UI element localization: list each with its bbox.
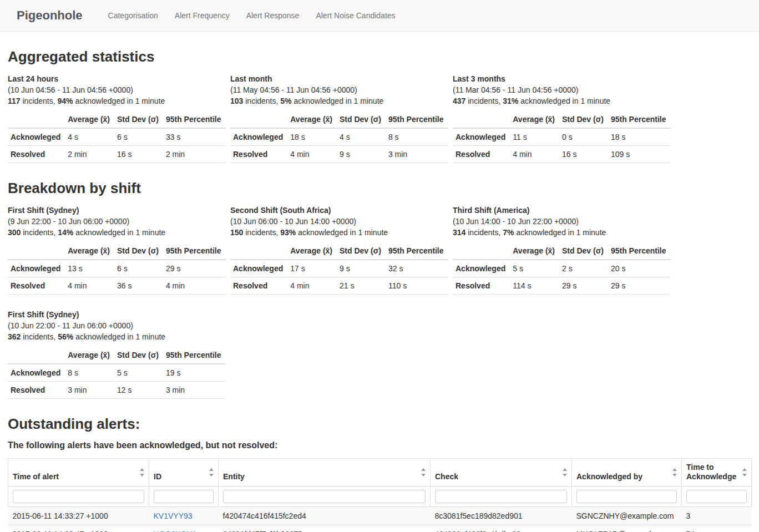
- alert-acknowledged-by: MKOLZP1D@example.com: [572, 525, 682, 532]
- aggregated-stats-row: Last 24 hours (10 Jun 04:56 - 11 Jun 04:…: [8, 73, 751, 163]
- filter-check-input[interactable]: [435, 490, 567, 503]
- column-header-time-of-alert[interactable]: Time of alert: [8, 459, 149, 487]
- alert-acknowledged-by: SGNCZNHY@example.com: [572, 507, 682, 525]
- alert-time-to-acknowledge: 54: [682, 525, 752, 532]
- shift-stats-row-2: First Shift (Sydney) (10 Jun 22:00 - 11 …: [8, 309, 751, 399]
- ack-percent: 5%: [280, 97, 291, 105]
- stat-block-last-3-months: Last 3 months (11 Mar 04:56 - 11 Jun 04:…: [453, 73, 675, 163]
- column-label: Acknowledged by: [576, 472, 642, 481]
- res-95th: 109 s: [608, 146, 671, 163]
- res-95th: 29 s: [608, 277, 671, 295]
- column-label: Check: [435, 472, 458, 481]
- col-95th-percentile: 95th Percentile: [163, 347, 226, 364]
- nav-item-alert-response[interactable]: Alert Response: [238, 11, 308, 20]
- ack-95th: 18 s: [608, 128, 671, 146]
- column-label: Entity: [223, 472, 245, 481]
- col-blank: [453, 111, 510, 128]
- filter-acknowledged-by-input[interactable]: [576, 490, 677, 503]
- res-average: 2 min: [65, 146, 114, 163]
- stat-block-range: (10 Jun 14:00 - 10 Jun 22:00 +0000): [453, 216, 675, 227]
- ack-95th: 32 s: [386, 260, 448, 277]
- res-average: 4 min: [287, 146, 337, 163]
- col-blank: [230, 242, 287, 260]
- filter-time-to-acknowledge-input[interactable]: [686, 490, 747, 503]
- ack-phrase: acknowledged in 1 minute: [516, 228, 606, 237]
- column-header-acknowledged-by[interactable]: Acknowledged by: [572, 459, 682, 487]
- stat-block-first-shift-sydney-2: First Shift (Sydney) (10 Jun 22:00 - 11 …: [8, 309, 230, 399]
- row-label-acknowledged: Acknowleged: [453, 128, 510, 146]
- column-header-check[interactable]: Check: [431, 459, 572, 487]
- col-95th-percentile: 95th Percentile: [163, 242, 226, 260]
- res-stddev: 36 s: [114, 277, 163, 295]
- stat-block-title: Last 24 hours: [8, 73, 230, 84]
- ack-stddev: 6 s: [114, 128, 163, 146]
- nav-item-alert-noise-candidates[interactable]: Alert Noise Candidates: [307, 11, 403, 20]
- filter-time-of-alert-input[interactable]: [13, 490, 144, 503]
- row-label-resolved: Resolved: [453, 277, 510, 295]
- ack-average: 8 s: [65, 364, 114, 382]
- ack-95th: 29 s: [163, 260, 226, 277]
- stat-block-range: (10 Jun 04:56 - 11 Jun 04:56 +0000): [8, 84, 230, 95]
- col-stddev: Std Dev (σ): [114, 242, 163, 260]
- res-95th: 110 s: [386, 277, 448, 295]
- stats-table: Average (x̄) Std Dev (σ) 95th Percentile…: [8, 111, 226, 163]
- ack-95th: 20 s: [608, 260, 671, 277]
- incident-count: 362: [8, 332, 21, 341]
- column-header-entity[interactable]: Entity: [219, 459, 431, 487]
- col-blank: [230, 111, 287, 128]
- stats-table: Average (x̄) Std Dev (σ) 95th Percentile…: [230, 242, 448, 295]
- alert-id-link[interactable]: KV1VYY93: [154, 511, 193, 520]
- brand-link[interactable]: Pigeonhole: [8, 8, 91, 23]
- res-95th: 4 min: [163, 277, 226, 295]
- resolved-row: Resolved 4 min 21 s 110 s: [230, 277, 448, 295]
- alert-row: 2015-06-11 14:33:27 +1000 KV1VYY93 f4204…: [8, 507, 752, 525]
- aggregated-statistics-title: Aggregated statistics: [8, 48, 751, 65]
- column-header-time-to-acknowledge[interactable]: Time to Acknowledge: [682, 459, 752, 487]
- acknowledged-row: Acknowleged 5 s 2 s 20 s: [453, 260, 671, 277]
- filter-id-input[interactable]: [154, 490, 214, 503]
- res-average: 4 min: [287, 277, 337, 295]
- ack-95th: 33 s: [163, 128, 226, 146]
- ack-percent: 94%: [58, 97, 73, 105]
- acknowledged-row: Acknowleged 11 s 0 s 18 s: [453, 128, 671, 146]
- col-blank: [453, 242, 510, 260]
- incidents-word: incidents,: [245, 228, 278, 237]
- stat-block-summary: 300 incidents, 14% acknowledged in 1 min…: [8, 227, 230, 238]
- res-95th: 3 min: [163, 382, 226, 399]
- ack-average: 4 s: [65, 128, 114, 146]
- column-header-id[interactable]: ID: [149, 459, 219, 487]
- column-label: Time to Acknowledge: [686, 463, 736, 481]
- sort-icon: [421, 468, 426, 477]
- ack-average: 11 s: [510, 128, 559, 146]
- row-label-acknowledged: Acknowleged: [8, 364, 65, 382]
- stat-block-range: (10 Jun 22:00 - 11 Jun 06:00 +0000): [8, 320, 230, 331]
- ack-average: 17 s: [287, 260, 337, 277]
- nav-item-categorisation[interactable]: Categorisation: [100, 11, 166, 20]
- stats-table: Average (x̄) Std Dev (σ) 95th Percentile…: [8, 347, 226, 399]
- res-stddev: 9 s: [337, 146, 386, 163]
- alert-id-link[interactable]: HQO2KQN1: [154, 530, 197, 532]
- alert-entity: 34631fd47f7cf9b28375a: [219, 525, 431, 532]
- resolved-row: Resolved 114 s 29 s 29 s: [453, 277, 671, 295]
- page-content: Aggregated statistics Last 24 hours (10 …: [0, 48, 759, 532]
- acknowledged-row: Acknowleged 8 s 5 s 19 s: [8, 364, 226, 382]
- ack-stddev: 0 s: [559, 128, 608, 146]
- ack-95th: 19 s: [163, 364, 226, 382]
- col-average: Average (x̄): [510, 242, 559, 260]
- alert-check: 464023af406f0e1bdbc00: [431, 525, 572, 532]
- acknowledged-row: Acknowleged 4 s 6 s 33 s: [8, 128, 226, 146]
- stat-block-last-month: Last month (11 May 04:56 - 11 Jun 04:56 …: [230, 73, 453, 163]
- nav-item-alert-frequency[interactable]: Alert Frequency: [166, 11, 238, 20]
- alert-time: 2015-06-11 14:33:27 +1000: [8, 507, 149, 525]
- ack-stddev: 4 s: [337, 128, 386, 146]
- row-label-acknowledged: Acknowleged: [230, 260, 287, 277]
- col-95th-percentile: 95th Percentile: [608, 242, 671, 260]
- main-nav: Categorisation Alert Frequency Alert Res…: [100, 11, 404, 20]
- stat-block-range: (11 Mar 04:56 - 11 Jun 04:56 +0000): [453, 84, 675, 95]
- stats-table: Average (x̄) Std Dev (σ) 95th Percentile…: [230, 111, 448, 163]
- stat-block-summary: 150 incidents, 93% acknowledged in 1 min…: [230, 227, 453, 238]
- incident-count: 437: [453, 97, 465, 105]
- filter-entity-input[interactable]: [223, 490, 426, 503]
- incident-count: 103: [230, 97, 243, 105]
- acknowledged-row: Acknowleged 17 s 9 s 32 s: [230, 260, 448, 277]
